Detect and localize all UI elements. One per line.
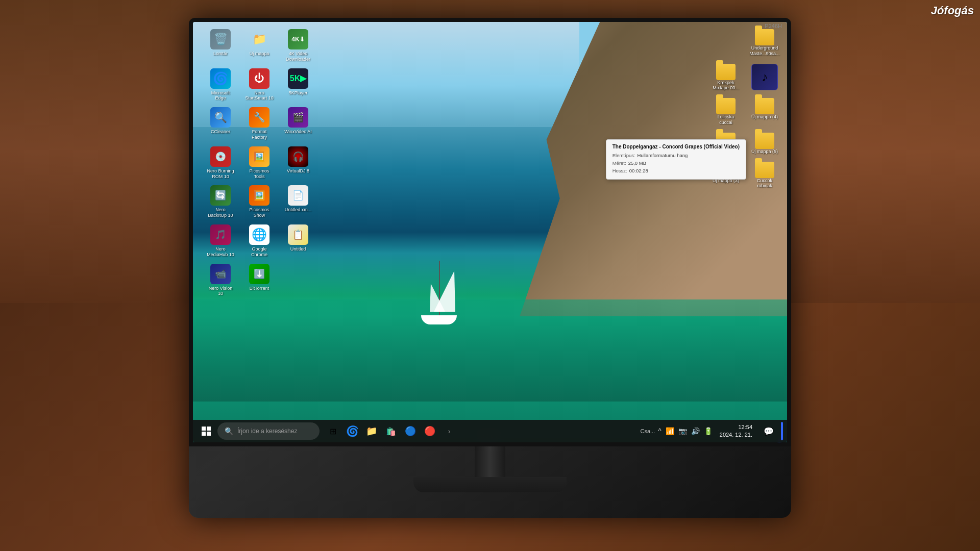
taskbar-clock[interactable]: 12:54 2024. 12. 21.	[716, 423, 756, 439]
screen: 🗑️ Lomtár 📁 Új mappa 4K⬇ 4K Video Downlo…	[193, 22, 787, 442]
taskbar-store[interactable]: 🛍️	[382, 422, 400, 440]
folder-icon: 📁	[249, 29, 270, 49]
icon-ccleaner[interactable]: 🔍 CCleaner	[203, 105, 238, 142]
icon-uj-mappa-5[interactable]: Új mappa (5)	[747, 131, 782, 157]
icon-lomtar[interactable]: 🗑️ Lomtár	[203, 27, 238, 64]
icon-music-file[interactable]: ♪	[747, 62, 782, 93]
tray-volume[interactable]: 🔊	[691, 427, 700, 435]
edge-icon: 🌀	[210, 68, 231, 89]
virtualdj-icon: 🎧	[288, 146, 308, 167]
tooltip-type-label: Elemtípus:	[612, 152, 635, 159]
icon-underground[interactable]: Underground Maste...90sa...	[747, 27, 782, 59]
svg-rect-1	[207, 427, 211, 431]
taskbar-right: Csa... ^ 📶 📷 🔊 🔋 12:54 2024. 12. 21.	[640, 422, 783, 440]
nero-vision-label: Nero Vision 10	[209, 286, 232, 297]
taskbar-time-display: 12:54	[720, 423, 752, 431]
taskbar-browser2[interactable]: 🔵	[401, 422, 420, 440]
nero-backup-icon: 🔄	[210, 185, 231, 206]
taskbar-date-display: 2024. 12. 21.	[720, 431, 752, 439]
icon-nero-mediahub[interactable]: 🎵 Nero MediaHub 10	[203, 222, 238, 260]
icon-virtualdj[interactable]: 🎧 VirtualDJ 8	[281, 144, 315, 182]
winvideo-icon: 🎬	[288, 107, 308, 128]
taskbar-task-view[interactable]: ⊞	[324, 422, 342, 440]
uj-mappa-4-label: Új mappa (4)	[751, 114, 778, 120]
icon-bittorrent[interactable]: ⬇️ BitTorrent	[242, 262, 277, 299]
icon-lulicska[interactable]: Lulicska cuccai	[708, 96, 743, 128]
icon-winvideo[interactable]: 🎬 WinxVideo AI	[281, 105, 315, 142]
sailboat	[419, 253, 459, 324]
icon-edge[interactable]: 🌀 Microsoft Edge	[203, 66, 238, 104]
monitor-stand-neck	[475, 446, 505, 477]
chrome-icon: 🌐	[249, 224, 270, 245]
monitor: P246H 🗑️	[189, 18, 791, 518]
tooltip-length-value: 00:02:28	[629, 167, 648, 174]
nero-burn-label: Nero Burning ROM 10	[207, 168, 234, 180]
icon-nero-burn[interactable]: 💿 Nero Burning ROM 10	[203, 144, 238, 182]
tray-network[interactable]: 📶	[666, 427, 674, 435]
4kvideo-icon: 4K⬇	[288, 29, 308, 49]
picosmos-tools-label: Picosmos Tools	[249, 168, 269, 180]
taskbar-nero-red[interactable]: 🔴	[421, 422, 439, 440]
format-factory-icon: 🔧	[249, 107, 270, 128]
bittorrent-label: BitTorrent	[250, 286, 270, 291]
nero-mediahub-icon: 🎵	[210, 224, 231, 245]
file-tooltip: The Doppelgangaz - Concord Grapes (Offic…	[606, 139, 746, 180]
icon-nero-ss[interactable]: ⏻ Nero StartSmart 10	[242, 66, 277, 104]
system-tray: ^ 📶 📷 🔊 🔋	[658, 427, 713, 435]
start-button[interactable]	[197, 422, 215, 440]
tooltip-size-label: Méret:	[612, 159, 626, 167]
tray-camera[interactable]: 📷	[678, 427, 687, 435]
nero-burn-icon: 💿	[210, 146, 231, 167]
icon-5kplayer[interactable]: 5K▶ 5KPlayer	[281, 66, 315, 104]
desktop-icons-left: 🗑️ Lomtár 📁 Új mappa 4K⬇ 4K Video Downlo…	[203, 27, 315, 298]
cuccok-label: Cuccok robinak	[757, 178, 772, 189]
monitor-stand-base	[413, 477, 567, 492]
nero-backup-label: Nero BackItUp 10	[208, 207, 233, 218]
icon-nero-vision[interactable]: 📹 Nero Vision 10	[203, 262, 238, 299]
icon-picosmos-tools[interactable]: 🖼️ Picosmos Tools	[242, 144, 277, 182]
svg-rect-2	[202, 432, 206, 436]
taskbar-explorer[interactable]: 📁	[362, 422, 381, 440]
monitor-model: P246H	[765, 23, 782, 29]
tray-battery[interactable]: 🔋	[704, 427, 713, 435]
bittorrent-icon: ⬇️	[249, 264, 270, 284]
icon-format-factory[interactable]: 🔧 Format Factory	[242, 105, 277, 142]
taskbar-search[interactable]: 🔍 Írjon ide a kereséshez	[217, 422, 320, 440]
lomtar-icon: 🗑️	[210, 29, 231, 49]
notification-center[interactable]: 💬	[760, 422, 778, 440]
icon-cuccok[interactable]: Cuccok robinak	[747, 160, 782, 191]
4kvideo-label: 4K Video Downloader	[286, 51, 310, 62]
5kplayer-icon: 5K▶	[288, 68, 308, 89]
taskbar-csa[interactable]: Csa...	[640, 428, 655, 434]
chrome-label: Google Chrome	[251, 246, 267, 258]
music-file-icon: ♪	[751, 64, 778, 90]
svg-rect-0	[202, 427, 206, 431]
picosmos-show-label: Picosmos Show	[249, 207, 269, 218]
tray-chevron[interactable]: ^	[658, 427, 662, 435]
monitor-bezel: P246H 🗑️	[189, 18, 791, 446]
format-factory-label: Format Factory	[252, 129, 267, 140]
icon-uj-mappa[interactable]: 📁 Új mappa	[242, 27, 277, 64]
tooltip-title: The Doppelgangaz - Concord Grapes (Offic…	[612, 144, 740, 149]
underground-icon	[755, 29, 774, 45]
icon-untitled-doc[interactable]: 📄 Untitled.xm...	[281, 183, 315, 220]
tooltip-size-value: 25,0 MB	[628, 159, 646, 167]
picosmos-tools-icon: 🖼️	[249, 146, 270, 167]
icon-nero-backup[interactable]: 🔄 Nero BackItUp 10	[203, 183, 238, 220]
icon-picosmos-show[interactable]: 🖼️ Picosmos Show	[242, 183, 277, 220]
tooltip-type-value: Hullamformatumu hang	[638, 152, 688, 159]
virtualdj-label: VirtualDJ 8	[287, 168, 309, 174]
taskbar-arrow[interactable]: ›	[440, 422, 458, 440]
icon-google-chrome[interactable]: 🌐 Google Chrome	[242, 222, 277, 260]
lomtar-label: Lomtár	[213, 51, 228, 57]
icon-untitled[interactable]: 📋 Untitled	[281, 222, 315, 260]
icon-krekpek[interactable]: Krekpek Mixtape 00...	[708, 62, 743, 93]
taskbar-edge[interactable]: 🌀	[343, 422, 361, 440]
lulicska-label: Lulicska cuccai	[718, 114, 734, 126]
ccleaner-label: CCleaner	[211, 129, 230, 135]
underground-label: Underground Maste...90sa...	[749, 45, 779, 57]
svg-rect-3	[207, 432, 211, 436]
icon-4k-video[interactable]: 4K⬇ 4K Video Downloader	[281, 27, 315, 64]
icon-uj-mappa-4[interactable]: Új mappa (4)	[747, 96, 782, 128]
uj-mappa-label: Új mappa	[250, 51, 270, 57]
